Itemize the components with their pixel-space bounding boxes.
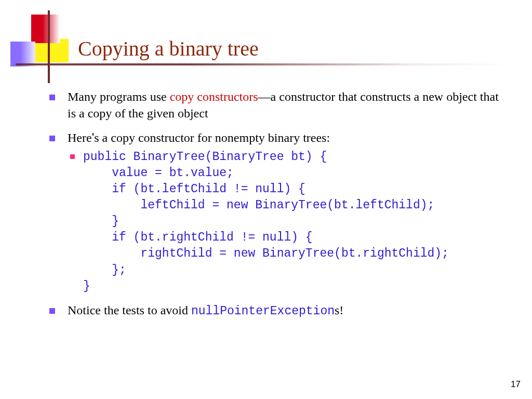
slide-title: Copying a binary tree [78,36,259,61]
page-number: 17 [511,379,521,390]
sub-bullet-list: public BinaryTree(BinaryTree bt) { value… [68,149,501,294]
b1-text-pre: Many programs use [68,90,170,103]
bullet-item-3: Notice the tests to avoid nullPointerExc… [49,302,501,320]
deco-square-purple [10,42,35,66]
deco-square-red [31,15,60,43]
deco-horizontal-bar [16,63,509,65]
b3-text-post: s! [335,303,343,317]
b3-text-pre: Notice the tests to avoid [68,303,191,317]
b2-text-post: s a copy constructor for nonempty binary… [94,131,330,144]
bullet-list: Many programs use copy constructors—a co… [49,88,501,320]
code-bullet: public BinaryTree(BinaryTree bt) { value… [68,149,501,294]
b1-highlight: copy constructors [170,90,258,103]
b3-code: nullPointerException [191,304,335,318]
code-block: public BinaryTree(BinaryTree bt) { value… [83,149,501,294]
bullet-item-1: Many programs use copy constructors—a co… [49,88,501,122]
slide-content: Many programs use copy constructors—a co… [49,88,501,327]
b2-text-pre: Here [68,131,92,144]
bullet-item-2: Here's a copy constructor for nonempty b… [49,129,501,295]
deco-vertical-bar [48,10,50,83]
